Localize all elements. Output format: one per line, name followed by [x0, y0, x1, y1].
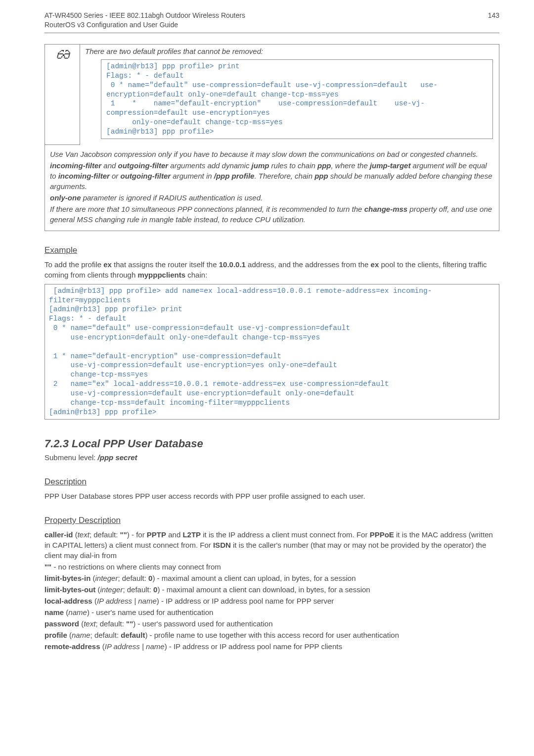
- note-para4: If there are more that 10 simultaneous P…: [50, 204, 494, 225]
- glasses-icon: 👓︎: [45, 45, 80, 145]
- prop-limit-bytes-in: limit-bytes-in (integer; default: 0) - m…: [44, 573, 499, 583]
- prop-password: password (text; default: "") - user's pa…: [44, 618, 499, 629]
- prop-caller-id-empty: "" - no restrictions on where clients ma…: [44, 562, 499, 572]
- header-rule: [44, 33, 499, 33]
- prop-limit-bytes-out: limit-bytes-out (integer; default: 0) - …: [44, 584, 499, 595]
- prop-local-address: local-address (IP address | name) - IP a…: [44, 596, 499, 606]
- prop-remote-address: remote-address (IP address | name) - IP …: [44, 641, 499, 652]
- submenu-line: Submenu level: /ppp secret: [44, 453, 499, 463]
- example-heading: Example: [44, 245, 499, 256]
- header-line2: RouterOS v3 Configuration and User Guide: [44, 21, 178, 29]
- subsection-title: 7.2.3 Local PPP User Database: [44, 436, 499, 451]
- property-description-heading: Property Description: [44, 515, 499, 526]
- description-text: PPP User Database stores PPP user access…: [44, 491, 499, 501]
- page-number: 143: [488, 11, 499, 20]
- note-paragraphs: Use Van Jacobson compression only if you…: [45, 145, 499, 231]
- description-heading: Description: [44, 476, 499, 488]
- note-intro: There are two default profiles that cann…: [85, 47, 494, 56]
- note-box: 👓︎ There are two default profiles that c…: [44, 44, 499, 231]
- header-line1: AT-WR4500 Series - IEEE 802.11abgh Outdo…: [44, 11, 245, 19]
- page-header: AT-WR4500 Series - IEEE 802.11abgh Outdo…: [44, 11, 499, 30]
- prop-caller-id: caller-id (text; default: "") - for PPTP…: [44, 529, 499, 561]
- prop-profile: profile (name; default: default) - profi…: [44, 630, 499, 640]
- note-para3: only-one parameter is ignored if RADIUS …: [50, 192, 494, 203]
- prop-name: name (name) - user's name used for authe…: [44, 607, 499, 617]
- example-code-block: [admin@rb13] ppp profile> add name=ex lo…: [44, 284, 499, 420]
- note-para2: incoming-filter and outgoing-filter argu…: [50, 160, 494, 191]
- example-intro: To add the profile ex that assigns the r…: [44, 259, 499, 280]
- property-list: caller-id (text; default: "") - for PPTP…: [44, 529, 499, 652]
- header-title: AT-WR4500 Series - IEEE 802.11abgh Outdo…: [44, 11, 245, 30]
- note-para1: Use Van Jacobson compression only if you…: [50, 149, 494, 159]
- note-code-block: [admin@rb13] ppp profile> print Flags: *…: [101, 59, 493, 139]
